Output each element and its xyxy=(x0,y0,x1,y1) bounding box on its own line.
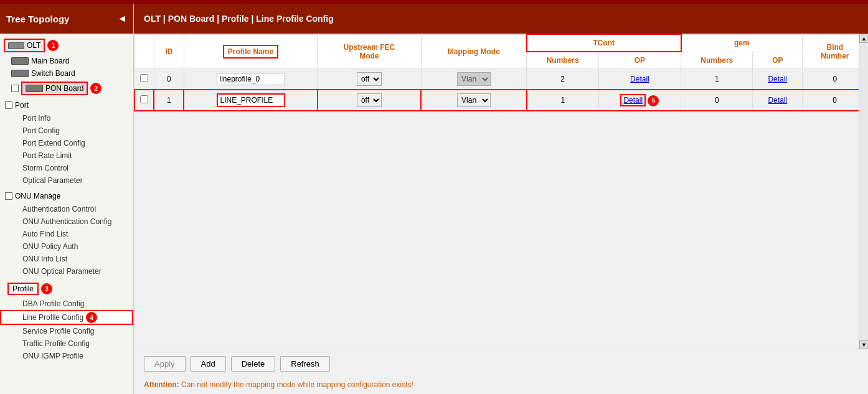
th-gem-numbers: Numbers xyxy=(681,52,753,69)
nav-service-profile-config[interactable]: Service Profile Config xyxy=(0,325,133,337)
sidebar-title: Tree Topology xyxy=(6,14,69,24)
row0-fec-select[interactable]: off on xyxy=(357,72,382,86)
pon-board-icon xyxy=(26,85,43,92)
nav-onu-igmp-profile[interactable]: ONU IGMP Profile xyxy=(0,350,133,362)
row1-profile-name-input[interactable] xyxy=(217,93,285,107)
row1-id: 1 xyxy=(154,90,184,111)
onu-manage-label: ONU Manage xyxy=(15,192,60,200)
row0-checkbox[interactable] xyxy=(140,74,148,82)
row1-gem-op[interactable]: Detail xyxy=(753,90,803,111)
vscroll-down-btn[interactable]: ▼ xyxy=(859,340,868,349)
nav-port-config[interactable]: Port Config xyxy=(0,124,133,137)
nav-traffic-profile-config[interactable]: Traffic Profile Config xyxy=(0,337,133,350)
vscroll-up-btn[interactable]: ▲ xyxy=(859,34,868,43)
olt-label[interactable]: OLT xyxy=(27,41,40,50)
detail-badge-5: 5 xyxy=(648,95,659,106)
main-board-label[interactable]: Main Board xyxy=(31,57,69,65)
olt-icon xyxy=(8,42,24,49)
row1-checkbox[interactable] xyxy=(140,95,148,103)
nav-onu-auth-config[interactable]: ONU Authentication Config xyxy=(0,215,133,228)
nav-auth-control[interactable]: Authentication Control xyxy=(0,203,133,215)
profile-section: Profile 3 DBA Profile Config Line Profil… xyxy=(0,279,133,364)
nav-port-info[interactable]: Port Info xyxy=(0,112,133,124)
row1-fec[interactable]: off on xyxy=(318,90,422,111)
th-bind: BindNumber xyxy=(803,34,867,69)
row0-tcont-op[interactable]: Detail xyxy=(598,69,681,90)
row0-profile-name[interactable] xyxy=(184,69,317,90)
attention-label: Attention: xyxy=(144,380,179,389)
onu-manage-cb[interactable] xyxy=(5,192,12,200)
add-button[interactable]: Add xyxy=(191,356,226,372)
profile-name-header-box: Profile Name xyxy=(223,45,278,59)
port-cb[interactable] xyxy=(5,101,12,109)
row1-tcont-op[interactable]: Detail 5 xyxy=(598,90,681,111)
nav-port-rate-limit[interactable]: Port Rate Limit xyxy=(0,149,133,162)
nav-line-profile-config[interactable]: Line Profile Config 4 xyxy=(0,310,133,325)
right-panel: ID Profile Name Upstream FECMode Mapping… xyxy=(134,34,868,394)
onu-manage-header[interactable]: ONU Manage xyxy=(0,189,133,203)
th-mapping-mode: Mapping Mode xyxy=(421,34,527,69)
breadcrumb: OLT | PON Board | Profile | Line Profile… xyxy=(134,4,868,34)
table-wrapper: ID Profile Name Upstream FECMode Mapping… xyxy=(134,34,868,349)
row0-gem-num: 1 xyxy=(681,69,753,90)
pon-board-label[interactable]: PON Board xyxy=(45,84,83,93)
port-label: Port xyxy=(15,101,29,110)
delete-button[interactable]: Delete xyxy=(231,356,276,372)
action-row: Apply Add Delete Refresh xyxy=(134,349,868,378)
row1-fec-select[interactable]: off on xyxy=(357,93,382,107)
row1-bind-num: 0 xyxy=(803,90,867,111)
table-vscroll: ▲ ▼ xyxy=(859,34,868,349)
row0-profile-name-input[interactable] xyxy=(217,73,285,85)
refresh-button[interactable]: Refresh xyxy=(280,356,330,372)
row0-tcont-detail-link[interactable]: Detail xyxy=(630,75,649,83)
nav-onu-optical-param[interactable]: ONU Optical Parameter xyxy=(0,265,133,278)
row0-id: 0 xyxy=(154,69,184,90)
line-profile-table: ID Profile Name Upstream FECMode Mapping… xyxy=(134,34,868,111)
row1-tcont-detail-link[interactable]: Detail xyxy=(623,96,643,105)
sidebar-content: OLT 1 Main Board Switch Board PON Board xyxy=(0,34,133,394)
profile-section-label: Profile xyxy=(12,284,34,293)
olt-badge: 1 xyxy=(47,40,59,51)
th-upstream-fec: Upstream FECMode xyxy=(318,34,422,69)
th-gem-group: gem xyxy=(681,34,803,52)
attention-message: Can not modify the mapping mode while ma… xyxy=(181,380,413,389)
row1-mapping-select[interactable]: Vlan GEM TOS xyxy=(457,93,491,107)
switch-board-label[interactable]: Switch Board xyxy=(31,69,75,78)
row0-mapping-select[interactable]: Vlan GEM TOS xyxy=(457,72,491,86)
nav-onu-info-list[interactable]: ONU Info List xyxy=(0,253,133,265)
row0-tcont-num: 2 xyxy=(527,69,598,90)
row0-fec[interactable]: off on xyxy=(318,69,422,90)
row0-gem-detail-link[interactable]: Detail xyxy=(768,75,787,83)
nav-storm-control[interactable]: Storm Control xyxy=(0,162,133,174)
table-row: 1 off on xyxy=(134,90,867,111)
row0-gem-op[interactable]: Detail xyxy=(753,69,803,90)
row0-mapping[interactable]: Vlan GEM TOS xyxy=(421,69,527,90)
th-tcont-numbers: Numbers xyxy=(527,52,598,69)
port-section-header[interactable]: Port xyxy=(0,98,133,112)
line-profile-label: Line Profile Config xyxy=(22,313,83,322)
th-checkbox xyxy=(134,34,154,69)
switch-board-icon xyxy=(11,70,29,77)
nav-dba-profile-config[interactable]: DBA Profile Config xyxy=(0,298,133,310)
row1-mapping[interactable]: Vlan GEM TOS xyxy=(421,90,527,111)
row1-gem-num: 0 xyxy=(681,90,753,111)
row0-bind-num: 0 xyxy=(803,69,867,90)
sidebar-header: Tree Topology ◄ xyxy=(0,4,133,34)
nav-onu-policy-auth[interactable]: ONU Policy Auth xyxy=(0,240,133,253)
main-board-icon xyxy=(11,57,29,65)
nav-auto-find-list[interactable]: Auto Find List xyxy=(0,228,133,240)
sidebar-toggle[interactable]: ◄ xyxy=(117,13,127,24)
sidebar: Tree Topology ◄ OLT 1 Main Board Switch … xyxy=(0,4,134,394)
th-tcont-op: OP xyxy=(598,52,681,69)
apply-button[interactable]: Apply xyxy=(144,356,186,372)
th-id: ID xyxy=(154,34,184,69)
profile-section-label-box[interactable]: Profile xyxy=(7,283,39,295)
nav-port-extend-config[interactable]: Port Extend Config xyxy=(0,137,133,149)
nav-optical-parameter[interactable]: Optical Parameter xyxy=(0,174,133,187)
row1-gem-detail-link[interactable]: Detail xyxy=(768,96,787,105)
row1-tcont-detail-box: Detail xyxy=(620,94,646,106)
row1-profile-name[interactable] xyxy=(184,90,317,111)
table-row: 0 off on xyxy=(134,69,867,90)
th-profile-name: Profile Name xyxy=(184,34,317,69)
pon-board-cb[interactable] xyxy=(11,85,19,92)
